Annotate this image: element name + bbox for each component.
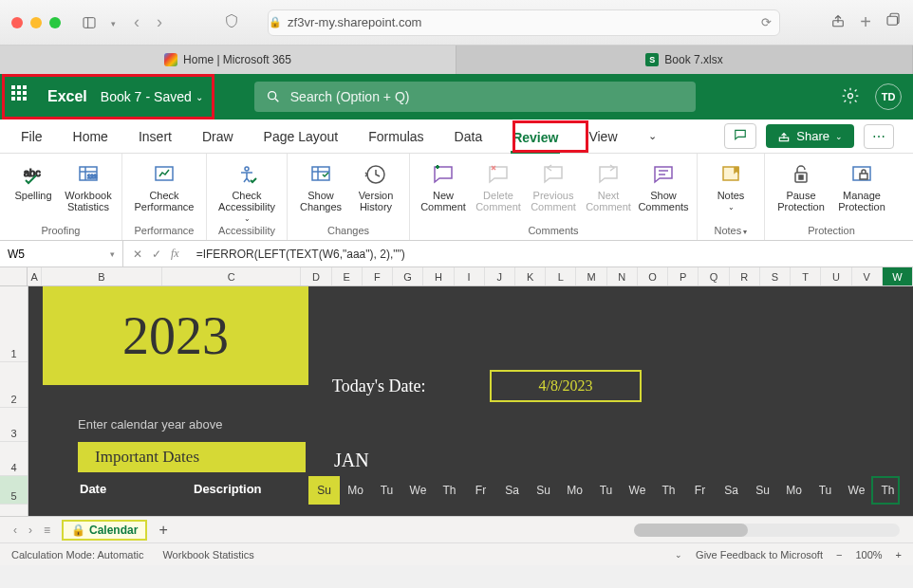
col-header[interactable]: L bbox=[546, 267, 576, 285]
day-header[interactable]: Su bbox=[528, 476, 559, 505]
col-header[interactable]: K bbox=[515, 267, 546, 285]
row-header-active[interactable]: 5 bbox=[0, 476, 28, 505]
col-header[interactable]: R bbox=[730, 267, 760, 285]
day-header[interactable]: Fr bbox=[684, 476, 716, 505]
share-icon[interactable] bbox=[829, 11, 847, 33]
ribbon-overflow[interactable]: ⋯ bbox=[864, 124, 894, 149]
col-header[interactable]: G bbox=[393, 267, 423, 285]
feedback-link[interactable]: Give Feedback to Microsoft bbox=[696, 549, 823, 560]
new-comment-button[interactable]: New Comment bbox=[418, 157, 469, 223]
name-box[interactable]: W5 ▾ bbox=[0, 241, 123, 266]
workbook-stats-link[interactable]: Workbook Statistics bbox=[162, 549, 253, 560]
col-header[interactable]: F bbox=[363, 267, 393, 285]
col-header[interactable]: H bbox=[423, 267, 454, 285]
check-accessibility-button[interactable]: Check Accessibility ⌄ bbox=[214, 157, 279, 223]
show-changes-button[interactable]: Show Changes bbox=[295, 157, 346, 223]
sidebar-icon[interactable] bbox=[78, 11, 101, 34]
sidebar-dropdown[interactable] bbox=[108, 15, 116, 29]
close-window[interactable] bbox=[11, 17, 23, 28]
col-header[interactable]: O bbox=[638, 267, 668, 285]
search-input[interactable] bbox=[290, 89, 456, 104]
group-label[interactable]: Notes bbox=[705, 223, 756, 238]
forward-button[interactable]: › bbox=[150, 12, 169, 32]
col-header[interactable]: M bbox=[576, 267, 606, 285]
accept-formula-icon[interactable]: ✓ bbox=[152, 248, 161, 261]
day-header[interactable]: We bbox=[841, 476, 872, 505]
day-header[interactable]: Tu bbox=[810, 476, 841, 505]
tab-view[interactable]: View bbox=[587, 125, 619, 148]
tab-data[interactable]: Data bbox=[453, 125, 485, 148]
row-header[interactable]: 4 bbox=[0, 442, 28, 476]
all-sheets-icon[interactable]: ≡ bbox=[44, 524, 50, 537]
tab-review[interactable]: Review bbox=[511, 126, 560, 154]
check-performance-button[interactable]: Check Performance bbox=[130, 157, 198, 223]
col-header[interactable]: C bbox=[162, 267, 301, 285]
day-header[interactable]: Fr bbox=[465, 476, 496, 505]
notes-button[interactable]: Notes ⌄ bbox=[705, 157, 756, 223]
tab-insert[interactable]: Insert bbox=[137, 125, 174, 148]
col-header[interactable]: Q bbox=[699, 267, 729, 285]
row-header[interactable]: 1 bbox=[0, 286, 28, 362]
col-header[interactable]: P bbox=[668, 267, 699, 285]
day-header[interactable]: We bbox=[402, 476, 434, 505]
show-comments-button[interactable]: Show Comments bbox=[638, 157, 689, 223]
sheet-tab-calendar[interactable]: 🔒 Calendar bbox=[62, 520, 147, 541]
comments-pane-toggle[interactable] bbox=[724, 123, 756, 149]
user-avatar[interactable]: TD bbox=[875, 83, 902, 110]
year-cell[interactable]: 2023 bbox=[43, 286, 308, 385]
browser-tab-home[interactable]: Home | Microsoft 365 bbox=[0, 46, 456, 74]
manage-protection-button[interactable]: Manage Protection bbox=[833, 157, 890, 223]
day-header[interactable]: Mo bbox=[778, 476, 810, 505]
zoom-level[interactable]: 100% bbox=[855, 549, 882, 560]
zoom-in[interactable]: + bbox=[896, 549, 902, 560]
share-button[interactable]: Share ⌄ bbox=[766, 124, 854, 148]
formula-input[interactable]: =IFERROR(LEFT(TEXT(W6,"aaa"), 2),"") bbox=[189, 248, 913, 261]
app-launcher-icon[interactable] bbox=[11, 85, 34, 108]
col-header[interactable]: T bbox=[791, 267, 821, 285]
col-header[interactable]: J bbox=[485, 267, 515, 285]
col-header[interactable]: S bbox=[760, 267, 791, 285]
tabs-icon[interactable] bbox=[885, 11, 902, 33]
col-header[interactable]: N bbox=[607, 267, 638, 285]
select-all-corner[interactable] bbox=[0, 267, 28, 285]
day-header[interactable]: Th bbox=[434, 476, 465, 505]
tab-more[interactable]: ⌄ bbox=[646, 126, 659, 146]
document-title[interactable]: Book 7 - Saved ⌄ bbox=[101, 89, 203, 104]
minimize-window[interactable] bbox=[30, 17, 42, 28]
version-history-button[interactable]: Version History bbox=[350, 157, 401, 223]
browser-tab-book7[interactable]: S Book 7.xlsx bbox=[456, 46, 913, 74]
maximize-window[interactable] bbox=[49, 17, 61, 28]
col-header[interactable]: D bbox=[301, 267, 331, 285]
day-header[interactable]: Sa bbox=[496, 476, 528, 505]
zoom-out[interactable]: − bbox=[836, 549, 842, 560]
day-header[interactable]: Mo bbox=[559, 476, 590, 505]
col-header[interactable]: B bbox=[42, 267, 162, 285]
new-tab-icon[interactable]: + bbox=[860, 11, 871, 33]
col-header[interactable]: V bbox=[852, 267, 883, 285]
day-header[interactable]: Su bbox=[747, 476, 778, 505]
day-header[interactable]: Tu bbox=[590, 476, 622, 505]
day-header[interactable]: We bbox=[622, 476, 653, 505]
pause-protection-button[interactable]: Pause Protection bbox=[773, 157, 829, 223]
calc-mode[interactable]: Calculation Mode: Automatic bbox=[11, 549, 143, 560]
col-header[interactable]: U bbox=[821, 267, 851, 285]
cancel-formula-icon[interactable]: ✕ bbox=[133, 248, 142, 261]
tab-page-layout[interactable]: Page Layout bbox=[262, 125, 341, 148]
day-header[interactable]: Tu bbox=[371, 476, 402, 505]
address-bar[interactable]: 🔒 zf3vr-my.sharepoint.com ⟳ bbox=[268, 9, 780, 36]
col-header[interactable]: E bbox=[332, 267, 363, 285]
tab-formulas[interactable]: Formulas bbox=[366, 125, 425, 148]
cell-area[interactable]: 2023 Today's Date: 4/8/2023 Enter calend… bbox=[28, 286, 913, 516]
day-header[interactable]: Th bbox=[653, 476, 684, 505]
tab-home[interactable]: Home bbox=[71, 125, 110, 148]
col-header[interactable]: I bbox=[455, 267, 485, 285]
row-header[interactable]: 3 bbox=[0, 408, 28, 442]
chevron-down-icon[interactable]: ⌄ bbox=[675, 550, 682, 560]
privacy-shield-icon[interactable] bbox=[224, 13, 239, 31]
reload-icon[interactable]: ⟳ bbox=[761, 15, 772, 29]
spreadsheet-grid[interactable]: A B C D E F G H I J K L M N O P Q R S T … bbox=[0, 267, 913, 516]
tab-file[interactable]: File bbox=[19, 125, 45, 148]
settings-icon[interactable] bbox=[841, 86, 860, 108]
tab-draw[interactable]: Draw bbox=[200, 125, 235, 148]
day-header[interactable]: Su bbox=[308, 476, 340, 505]
